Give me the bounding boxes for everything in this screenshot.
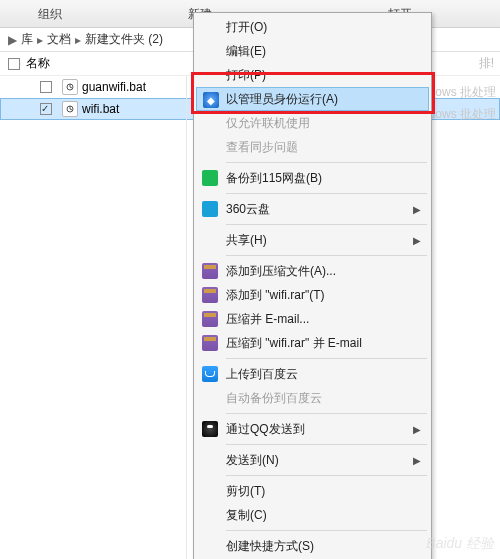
menu-separator <box>226 358 427 359</box>
sort-badge: 排! <box>479 55 494 72</box>
menu-backup-115[interactable]: 备份到115网盘(B) <box>196 166 429 190</box>
submenu-arrow-icon: ▶ <box>413 235 421 246</box>
column-divider <box>186 76 187 559</box>
menu-sync-issues: 查看同步问题 <box>196 135 429 159</box>
submenu-arrow-icon: ▶ <box>413 455 421 466</box>
breadcrumb-docs[interactable]: 文档 <box>47 31 71 48</box>
bat-file-icon <box>62 79 78 95</box>
submenu-arrow-icon: ▶ <box>413 424 421 435</box>
menu-send-to[interactable]: 发送到(N)▶ <box>196 448 429 472</box>
menu-open[interactable]: 打开(O) <box>196 15 429 39</box>
menu-only-online: 仅允许联机使用 <box>196 111 429 135</box>
winrar-icon <box>202 311 218 327</box>
menu-rar-email-wifi[interactable]: 压缩到 "wifi.rar" 并 E-mail <box>196 331 429 355</box>
menu-360-cloud[interactable]: 360云盘▶ <box>196 197 429 221</box>
shield-icon: ◆ <box>203 92 219 108</box>
menu-run-as-admin[interactable]: ◆ 以管理员身份运行(A) <box>196 87 429 111</box>
menu-qq-send[interactable]: 通过QQ发送到▶ <box>196 417 429 441</box>
menu-separator <box>226 224 427 225</box>
chevron-right-icon: ▸ <box>75 33 81 47</box>
menu-separator <box>226 530 427 531</box>
breadcrumb-lib[interactable]: 库 <box>21 31 33 48</box>
chevron-right-icon: ▶ <box>8 33 17 47</box>
menu-print[interactable]: 打印(P) <box>196 63 429 87</box>
menu-separator <box>226 193 427 194</box>
winrar-icon <box>202 263 218 279</box>
bat-file-icon <box>62 101 78 117</box>
chevron-right-icon: ▸ <box>37 33 43 47</box>
qq-icon <box>202 421 218 437</box>
context-menu: 打开(O) 编辑(E) 打印(P) ◆ 以管理员身份运行(A) 仅允许联机使用 … <box>193 12 432 559</box>
winrar-icon <box>202 287 218 303</box>
menu-create-shortcut[interactable]: 创建快捷方式(S) <box>196 534 429 558</box>
menu-rar-email[interactable]: 压缩并 E-mail... <box>196 307 429 331</box>
menu-separator <box>226 413 427 414</box>
menu-cut[interactable]: 剪切(T) <box>196 479 429 503</box>
file-name: guanwifi.bat <box>82 80 146 94</box>
file-name: wifi.bat <box>82 102 119 116</box>
select-all-checkbox[interactable] <box>8 58 20 70</box>
115-icon <box>202 170 218 186</box>
menu-separator <box>226 444 427 445</box>
menu-separator <box>226 162 427 163</box>
menu-baidu-auto: 自动备份到百度云 <box>196 386 429 410</box>
menu-separator <box>226 475 427 476</box>
menu-copy[interactable]: 复制(C) <box>196 503 429 527</box>
menu-share[interactable]: 共享(H)▶ <box>196 228 429 252</box>
breadcrumb-folder[interactable]: 新建文件夹 (2) <box>85 31 163 48</box>
360-icon <box>202 201 218 217</box>
winrar-icon <box>202 335 218 351</box>
menu-baidu-upload[interactable]: 上传到百度云 <box>196 362 429 386</box>
row-checkbox[interactable] <box>40 81 52 93</box>
menu-rar-add-wifi[interactable]: 添加到 "wifi.rar"(T) <box>196 283 429 307</box>
row-checkbox[interactable] <box>40 103 52 115</box>
organize-menu[interactable]: 组织 <box>0 0 100 28</box>
watermark: Baidu 经验 <box>426 535 494 553</box>
menu-edit[interactable]: 编辑(E) <box>196 39 429 63</box>
submenu-arrow-icon: ▶ <box>413 204 421 215</box>
baidu-cloud-icon <box>202 366 218 382</box>
menu-separator <box>226 255 427 256</box>
menu-rar-add[interactable]: 添加到压缩文件(A)... <box>196 259 429 283</box>
column-name[interactable]: 名称 <box>26 55 50 72</box>
